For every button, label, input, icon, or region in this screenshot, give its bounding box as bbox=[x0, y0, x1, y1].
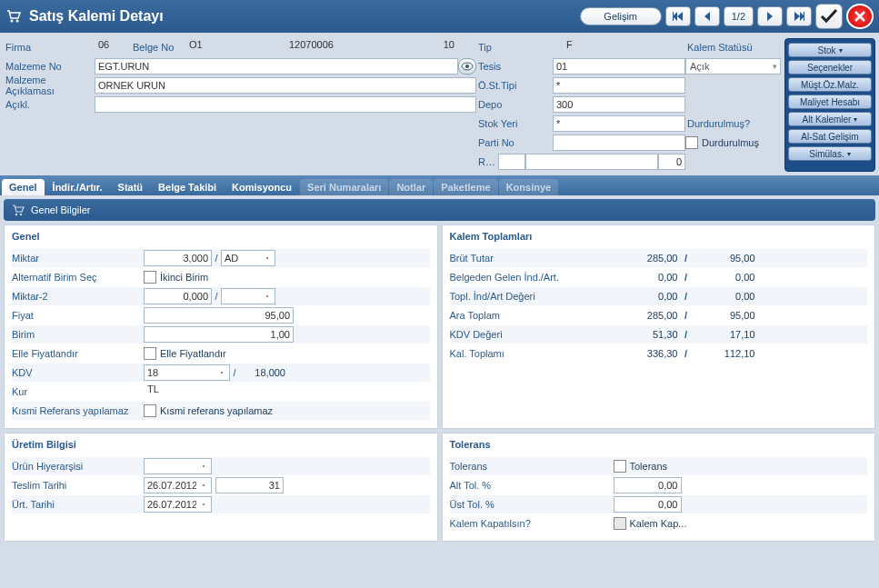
miktar2-input[interactable] bbox=[144, 288, 212, 304]
kismiref-checkbox[interactable] bbox=[144, 404, 156, 417]
tab-seri-numaralari[interactable]: Seri Numaraları bbox=[300, 179, 388, 195]
tab-komisyoncu[interactable]: Komisyoncu bbox=[225, 179, 299, 195]
miktar-unit-input[interactable] bbox=[221, 250, 275, 266]
ellefiyat-checkbox[interactable] bbox=[144, 347, 156, 360]
kt-row-v2: 95,00 bbox=[691, 253, 759, 264]
tesis-label: Tesis bbox=[476, 61, 553, 72]
partino-label: Parti No bbox=[476, 137, 553, 148]
refdok-input2[interactable] bbox=[525, 154, 658, 170]
malzemeacik-input[interactable] bbox=[95, 77, 476, 94]
confirm-button[interactable] bbox=[815, 4, 843, 29]
acikl-label: Açıkl. bbox=[4, 99, 95, 110]
tab-statu[interactable]: Statü bbox=[111, 179, 151, 195]
kdv-input[interactable] bbox=[144, 364, 230, 381]
close-button[interactable] bbox=[846, 4, 874, 29]
miktar-input[interactable] bbox=[144, 250, 212, 266]
info-icon bbox=[11, 203, 25, 217]
uretim-title: Üretim Bilgisi bbox=[5, 434, 437, 455]
kt-row-v1: 285,00 bbox=[614, 253, 682, 264]
svg-point-1 bbox=[16, 20, 19, 23]
side-maliyet-button[interactable]: Maliyet Hesabı bbox=[788, 95, 872, 109]
uretim-pane: Üretim Bilgisi Ürün Hiyerarşisi Teslim T… bbox=[4, 433, 438, 542]
altbirim-checkbox[interactable] bbox=[144, 271, 156, 284]
side-altkalemler-button[interactable]: Alt Kalemler bbox=[788, 112, 872, 126]
kdv-label: KDV bbox=[12, 367, 144, 378]
stokyeri-label: Stok Yeri bbox=[476, 118, 553, 129]
tab-indir-artir[interactable]: İndir./Artır. bbox=[45, 179, 110, 195]
tip-value: F bbox=[563, 39, 576, 55]
nav-last-button[interactable] bbox=[786, 6, 812, 26]
kt-row-label: Ara Toplam bbox=[450, 310, 614, 321]
fiyat-label: Fiyat bbox=[12, 310, 144, 321]
refdok-input1[interactable] bbox=[498, 154, 525, 170]
ellefiyat-chk-label: Elle Fiyatlandır bbox=[160, 348, 226, 359]
side-simulas-button[interactable]: Simülas. bbox=[788, 146, 872, 161]
side-secenekler-button[interactable]: Seçenekler bbox=[788, 60, 872, 75]
tab-bar: Genel İndir./Artır. Statü Belge Takibi K… bbox=[0, 175, 879, 195]
alttol-input[interactable] bbox=[614, 477, 682, 493]
cart-icon bbox=[5, 8, 22, 25]
side-alsat-button[interactable]: Al-Sat Gelişim bbox=[788, 129, 872, 144]
tolerans-checkbox[interactable] bbox=[614, 460, 626, 473]
teslim-extra-input[interactable] bbox=[215, 477, 284, 493]
tesis-input[interactable] bbox=[553, 58, 685, 75]
usttol-input[interactable] bbox=[614, 496, 682, 513]
tab-notlar[interactable]: Notlar bbox=[389, 179, 433, 195]
kalemstat-dropdown[interactable]: Açık bbox=[685, 58, 781, 75]
kt-row-v1: 285,00 bbox=[614, 310, 682, 321]
miktar2-unit-input[interactable] bbox=[221, 288, 275, 304]
kt-row-v2: 95,00 bbox=[691, 310, 759, 321]
tab-konsinye[interactable]: Konsinye bbox=[499, 179, 559, 195]
depo-label: Depo bbox=[476, 99, 553, 110]
kt-row: Topl. İnd/Art Değeri0,00/0,00 bbox=[450, 287, 868, 305]
kismiref-chk-label: Kısmi referans yapılamaz bbox=[160, 405, 273, 416]
partino-input[interactable] bbox=[553, 135, 685, 151]
kt-row: Brüt Tutar285,00/95,00 bbox=[450, 249, 868, 267]
depo-input[interactable] bbox=[553, 96, 685, 113]
teslim-input[interactable] bbox=[144, 477, 212, 493]
firma-label: Firma bbox=[4, 42, 95, 53]
kalemkap-label: Kalem Kapatılsın? bbox=[450, 518, 614, 529]
kt-row: Kal. Toplamı336,30/112,10 bbox=[450, 344, 868, 363]
eye-icon-button[interactable] bbox=[458, 58, 476, 75]
kalem-toplamlari-title: Kalem Toplamları bbox=[443, 225, 875, 247]
belgeno-label: Belge No bbox=[131, 42, 185, 53]
acikl-input[interactable] bbox=[95, 96, 476, 113]
birim-input[interactable] bbox=[144, 326, 294, 343]
page-title: Satış Kalemi Detayı bbox=[29, 8, 164, 25]
stokyeri-input[interactable] bbox=[553, 115, 685, 132]
tab-belge-takibi[interactable]: Belge Takibi bbox=[151, 179, 224, 195]
urunhiy-input[interactable] bbox=[144, 458, 212, 474]
ellefiyat-label: Elle Fiyatlandır bbox=[12, 348, 144, 359]
malzemeno-input[interactable] bbox=[95, 58, 458, 75]
miktar2-label: Miktar-2 bbox=[12, 291, 144, 302]
tolerans-pane: Tolerans ToleransTolerans Alt Tol. % Üst… bbox=[442, 433, 876, 542]
belgeno-val2: 12070006 bbox=[285, 39, 422, 55]
side-mustozmalz-button[interactable]: Müşt.Öz.Malz. bbox=[788, 77, 872, 92]
kt-row-v2: 112,10 bbox=[691, 348, 759, 359]
nav-next-button[interactable] bbox=[757, 6, 783, 26]
tab-genel[interactable]: Genel bbox=[2, 179, 45, 195]
kur-value: TL bbox=[144, 384, 163, 400]
nav-prev-button[interactable] bbox=[694, 6, 720, 26]
kt-row-sep: / bbox=[682, 253, 691, 264]
svg-point-5 bbox=[20, 214, 22, 215]
urt-input[interactable] bbox=[144, 496, 212, 513]
kt-row-sep: / bbox=[682, 329, 691, 340]
alttol-label: Alt Tol. % bbox=[450, 480, 614, 491]
gelisim-button[interactable]: Gelişim bbox=[580, 7, 662, 25]
refdok-input3[interactable] bbox=[658, 154, 685, 170]
kt-row-v1: 0,00 bbox=[614, 291, 682, 302]
kt-row-v1: 336,30 bbox=[614, 348, 682, 359]
fiyat-input[interactable] bbox=[144, 307, 294, 324]
urt-label: Ürt. Tarihi bbox=[12, 499, 144, 510]
side-stok-button[interactable]: Stok bbox=[788, 43, 872, 57]
svg-point-3 bbox=[465, 65, 469, 68]
tab-paketleme[interactable]: Paketleme bbox=[434, 179, 497, 195]
osttipi-input[interactable] bbox=[553, 77, 685, 94]
durdurulmus-checkbox[interactable] bbox=[685, 136, 698, 149]
kalemkap-checkbox[interactable] bbox=[614, 517, 626, 530]
nav-first-button[interactable] bbox=[665, 6, 691, 26]
kalemstat-label: Kalem Statüsü bbox=[685, 42, 776, 53]
altbirim-chk-label: İkinci Birim bbox=[160, 272, 208, 283]
